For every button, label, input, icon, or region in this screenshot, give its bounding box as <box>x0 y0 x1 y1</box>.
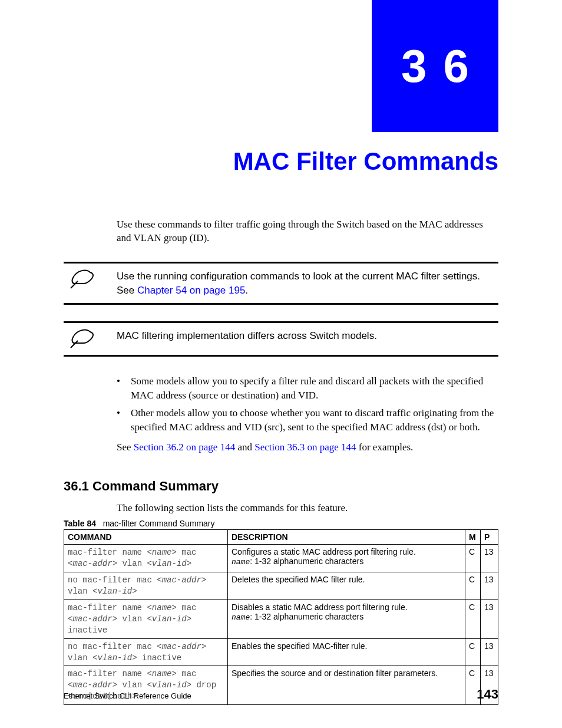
bullet-dot: • <box>117 374 131 403</box>
cell-command: mac-filter name <name> mac <mac-addr> vl… <box>64 600 228 639</box>
cell-m: C <box>465 600 481 639</box>
rule <box>64 262 498 263</box>
cell-command: mac-filter name <name> mac <mac-addr> vl… <box>64 545 228 572</box>
cell-p: 13 <box>481 572 498 600</box>
col-command: COMMAND <box>64 530 228 545</box>
xref-link[interactable]: Section 36.3 on page 144 <box>254 442 356 453</box>
see-post: for examples. <box>356 442 414 453</box>
note-icon <box>64 269 117 298</box>
page-footer: Ethernet Switch CLI Reference Guide 143 <box>64 687 498 702</box>
footer-text: Ethernet Switch CLI Reference Guide <box>64 691 191 700</box>
rule <box>64 321 498 323</box>
table-row: mac-filter name <name> mac <mac-addr> vl… <box>64 600 498 639</box>
note-text-1: Use the running configuration commands t… <box>117 269 498 298</box>
command-summary-table: COMMAND DESCRIPTION M P mac-filter name … <box>64 529 498 705</box>
col-m: M <box>465 530 481 545</box>
section-heading: 36.1 Command Summary <box>64 479 498 494</box>
col-description: DESCRIPTION <box>228 530 465 545</box>
chapter-title: MAC Filter Commands <box>233 147 498 176</box>
section-lead: The following section lists the commands… <box>117 502 498 514</box>
note-icon <box>64 329 117 349</box>
note1-after: . <box>245 285 248 296</box>
table-row: no mac-filter mac <mac-addr> vlan <vlan-… <box>64 572 498 600</box>
cell-description: Enables the specified MAC-filter rule. <box>228 638 465 666</box>
rule <box>64 303 498 305</box>
see-mid: and <box>235 442 254 453</box>
cell-command: no mac-filter mac <mac-addr> vlan <vlan-… <box>64 572 228 600</box>
cell-description: Deletes the specified MAC filter rule. <box>228 572 465 600</box>
list-item: • Other models allow you to choose wheth… <box>117 406 498 434</box>
cell-command: no mac-filter mac <mac-addr> vlan <vlan-… <box>64 638 228 666</box>
table-header-row: COMMAND DESCRIPTION M P <box>64 530 498 545</box>
cell-m: C <box>465 572 481 600</box>
table-label: Table 84 <box>64 519 96 528</box>
bullet-dot: • <box>117 406 131 434</box>
bullet-text: Some models allow you to specify a filte… <box>131 374 498 403</box>
note-block-2: MAC filtering implementation differs acr… <box>64 321 498 357</box>
table-row: mac-filter name <name> mac <mac-addr> vl… <box>64 545 498 572</box>
list-item: • Some models allow you to specify a fil… <box>117 374 498 403</box>
bullet-text: Other models allow you to choose whether… <box>131 406 498 434</box>
table-row: no mac-filter mac <mac-addr> vlan <vlan-… <box>64 638 498 666</box>
xref-link[interactable]: Section 36.2 on page 144 <box>134 442 235 453</box>
chapter-number-badge: 36 <box>372 0 498 132</box>
cell-m: C <box>465 545 481 572</box>
col-p: P <box>481 530 498 545</box>
page-number: 143 <box>477 687 498 702</box>
cell-p: 13 <box>481 600 498 639</box>
bullet-list: • Some models allow you to specify a fil… <box>117 374 498 434</box>
table-caption-text: mac-filter Command Summary <box>103 519 215 528</box>
cell-p: 13 <box>481 545 498 572</box>
page: 36 MAC Filter Commands Use these command… <box>0 0 562 728</box>
cell-m: C <box>465 638 481 666</box>
intro-paragraph: Use these commands to filter traffic goi… <box>117 218 498 245</box>
cell-p: 13 <box>481 638 498 666</box>
rule <box>64 355 498 357</box>
table-body: mac-filter name <name> mac <mac-addr> vl… <box>64 545 498 705</box>
see-pre: See <box>117 442 134 453</box>
xref-link[interactable]: Chapter 54 on page 195 <box>137 285 245 296</box>
cell-description: Configures a static MAC address port fil… <box>228 545 465 572</box>
note-block-1: Use the running configuration commands t… <box>64 262 498 305</box>
cell-description: Disables a static MAC address port filte… <box>228 600 465 639</box>
see-paragraph: See Section 36.2 on page 144 and Section… <box>117 440 498 454</box>
body: Use these commands to filter traffic goi… <box>64 218 498 705</box>
table-caption: Table 84 mac-filter Command Summary <box>64 519 498 528</box>
note-text-2: MAC filtering implementation differs acr… <box>117 329 498 349</box>
